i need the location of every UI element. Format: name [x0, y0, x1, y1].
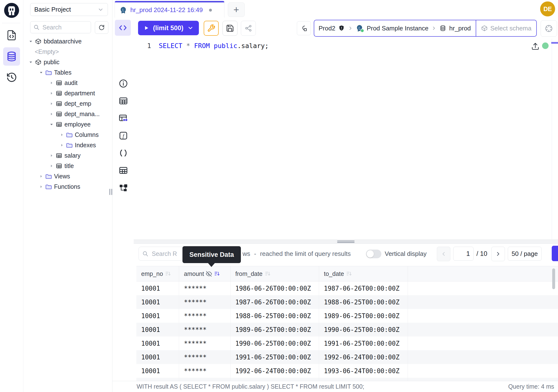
table-scrollbar-thumb[interactable] — [552, 268, 555, 289]
tree-item-label: bbdataarchive — [44, 38, 82, 45]
table-cell: 1992-06-24T00:00:00Z — [319, 350, 408, 364]
chevron-right-icon — [495, 251, 501, 257]
tree-item-views[interactable]: Views — [23, 171, 112, 182]
caret-right-icon — [50, 112, 53, 116]
page-number-input[interactable] — [453, 247, 473, 261]
sidebar-search — [30, 21, 91, 33]
table-row[interactable]: 10001******1987-06-26T00:00:00Z1988-06-2… — [136, 295, 558, 309]
sql-editor[interactable]: f 1 SELECT * FROM public.salary; — [113, 39, 558, 239]
user-avatar[interactable]: DE — [540, 1, 555, 17]
table-row[interactable]: 10001******1991-06-25T00:00:00Z1992-06-2… — [136, 350, 558, 364]
select-schema-button[interactable]: Select schema — [476, 20, 536, 36]
column-header-emp_no[interactable]: emp_no — [136, 266, 179, 281]
table-icon — [56, 163, 62, 169]
tree-item-salary[interactable]: salary — [23, 150, 112, 161]
tree-item-employee[interactable]: employee — [23, 119, 112, 130]
tree-item-department[interactable]: department — [23, 88, 112, 98]
table-row[interactable]: 10001******1990-06-25T00:00:00Z1991-06-2… — [136, 337, 558, 350]
sidebar-search-input[interactable] — [42, 24, 84, 31]
run-query-button[interactable]: (limit 500) — [138, 21, 199, 35]
connection-selector[interactable]: Prod2 Prod Sample Instance — [314, 20, 476, 36]
tree-item-columns[interactable]: Columns — [23, 130, 112, 140]
chevron-down-icon — [187, 25, 193, 31]
previous-page-button[interactable] — [437, 247, 450, 261]
tree-item-dept-mana-[interactable]: dept_mana... — [23, 109, 112, 119]
table-row[interactable]: 10001******1993-06-24T00:00:00Z1994-06-2… — [136, 378, 558, 381]
sensitive-data-tooltip: Sensitive Data — [183, 246, 241, 263]
tree-item-indexes[interactable]: Indexes — [23, 140, 112, 150]
table-cell: 10001 — [136, 323, 179, 337]
column-header-from_date[interactable]: from_date — [230, 266, 319, 281]
code-token: * — [186, 42, 190, 50]
procedures-panel-button[interactable] — [118, 148, 129, 158]
table-row[interactable]: 10001******1986-06-26T00:00:00Z1987-06-2… — [136, 281, 558, 295]
panel-resize-divider[interactable] — [134, 239, 558, 244]
sort-icon[interactable] — [214, 270, 220, 277]
tree-item--empty-[interactable]: <Empty> — [23, 47, 112, 57]
editor-overview-ruler — [551, 42, 558, 44]
new-tab-button[interactable]: + — [228, 2, 245, 17]
bytebase-logo-icon[interactable] — [4, 2, 19, 18]
ai-assistant-button[interactable] — [541, 20, 557, 37]
search-icon — [142, 251, 148, 257]
tree-item-functions[interactable]: Functions — [23, 182, 112, 192]
table-row[interactable]: 10001******1992-06-24T00:00:00Z1993-06-2… — [136, 364, 558, 378]
batch-query-button[interactable] — [297, 21, 311, 35]
table-cell: ****** — [179, 364, 230, 378]
project-selector[interactable]: Basic Project — [30, 3, 108, 16]
tab-hr-prod[interactable]: hr_prod 2024-11-22 16:49 — [115, 1, 225, 18]
table-cell — [408, 378, 558, 381]
table-row[interactable]: 10001******1989-06-25T00:00:00Z1990-06-2… — [136, 323, 558, 337]
table-search-panel-button[interactable] — [118, 113, 129, 124]
table-cell — [408, 323, 558, 337]
code-line[interactable]: SELECT * FROM public.salary; — [159, 42, 269, 50]
refresh-tree-button[interactable] — [95, 21, 108, 34]
share-sheet-button[interactable] — [241, 21, 256, 36]
upload-sql-button[interactable] — [531, 42, 540, 51]
column-header-amount[interactable]: amount — [179, 266, 230, 281]
tree-item-public[interactable]: public — [23, 57, 112, 67]
er-diagram-icon — [119, 183, 128, 192]
history-nav-button[interactable] — [5, 71, 18, 84]
column-header-to_date[interactable]: to_date — [319, 266, 408, 281]
functions-panel-button[interactable]: f — [118, 130, 129, 141]
table-cell: 10001 — [136, 309, 179, 323]
database-stack-icon — [439, 25, 446, 32]
tree-item-label: Tables — [54, 69, 71, 76]
tree-item-audit[interactable]: audit — [23, 78, 112, 88]
er-diagram-panel-button[interactable] — [118, 183, 129, 193]
tree-item-bbdataarchive[interactable]: bbdataarchive — [23, 36, 112, 47]
tree-item-title[interactable]: title — [23, 161, 112, 171]
sort-icon[interactable] — [264, 270, 271, 277]
page-size-selector[interactable]: 50 / page — [508, 247, 541, 261]
left-rail — [0, 0, 23, 392]
tree-item-dept-emp[interactable]: dept_emp — [23, 98, 112, 109]
export-button[interactable] — [552, 246, 558, 261]
sort-icon[interactable] — [165, 270, 171, 277]
editor-scrollbar-gutter — [552, 39, 552, 239]
table-row[interactable]: 10001******1988-06-25T00:00:00Z1989-06-2… — [136, 309, 558, 323]
sidebar-resize-handle[interactable] — [109, 189, 112, 195]
sort-icon[interactable] — [346, 270, 352, 277]
tree-item-tables[interactable]: Tables — [23, 67, 112, 78]
info-panel-button[interactable] — [118, 78, 129, 89]
code-angle-icon — [118, 23, 128, 33]
table-cell: 10001 — [136, 350, 179, 364]
table-cell: ****** — [179, 323, 230, 337]
code-panel-toggle[interactable] — [115, 20, 131, 36]
table-cell: 10001 — [136, 378, 179, 381]
format-sql-button[interactable] — [204, 21, 219, 36]
schema-nav-button[interactable] — [3, 47, 20, 66]
vertical-display-toggle[interactable] — [366, 250, 381, 258]
tree-item-label: department — [64, 90, 95, 97]
tab-title: hr_prod 2024-11-22 16:49 — [130, 6, 203, 14]
caret-down-icon — [39, 70, 43, 75]
views-panel-button[interactable] — [118, 165, 129, 176]
next-page-button[interactable] — [491, 247, 505, 261]
table-search-icon — [119, 113, 128, 123]
worksheets-nav-button[interactable] — [5, 28, 18, 42]
table-cell: 1994-06-24T00:00:00Z — [319, 378, 408, 381]
tables-panel-button[interactable] — [118, 96, 129, 106]
save-sheet-button[interactable] — [223, 21, 237, 36]
upload-icon — [531, 42, 540, 51]
